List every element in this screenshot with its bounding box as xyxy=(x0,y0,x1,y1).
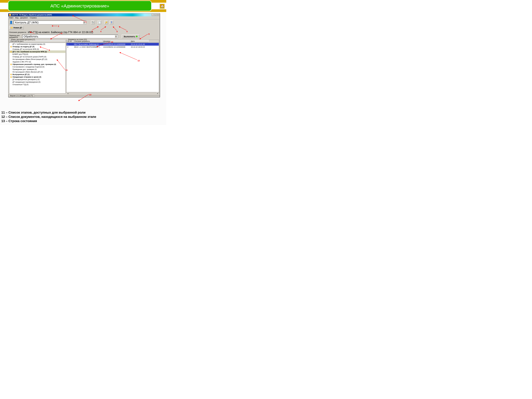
new-dt-label: Новая ДТ xyxy=(13,27,22,29)
docs-legend: Документы на этапе (2/2) xyxy=(68,38,87,40)
status-version: Версия 1.3.1.59 [ядро 1.2.0.77] xyxy=(8,95,35,97)
search-button[interactable]: 🔭 xyxy=(91,21,95,24)
close-button[interactable]: × xyxy=(157,14,159,16)
doc-row[interactable]: 1ИМ-ГТД на компл. Байконур (п…10102090/2… xyxy=(66,43,159,46)
menu-view[interactable]: Вид xyxy=(15,17,19,19)
menu-file[interactable]: Файл xyxy=(9,17,13,19)
chevron-down-icon: ▼ xyxy=(115,35,117,38)
stage-row[interactable]: Очередь ДТ на контроле ФЛК (0) xyxy=(9,48,65,51)
stage-row[interactable]: Очередь ДТ на контроле докум.(ТиНР) (0) xyxy=(9,56,65,58)
stage-label: ДТ возвращенные декларанту (0) xyxy=(13,78,39,81)
stage-label: Ожидающие отправки в архив (3) xyxy=(13,76,41,78)
arrow-right-icon xyxy=(136,36,138,37)
stage-label: Не прошедшие обмен (Регистрация ДТ) (0) xyxy=(13,58,47,60)
document-icon: 📄 xyxy=(98,21,101,24)
doc-cell-date: 20.10.10 15:41:46 xyxy=(130,43,149,46)
stage-row[interactable]: ДТ возвращенные декларанту (0) xyxy=(9,78,65,81)
folder-icon xyxy=(11,27,13,28)
stage-row[interactable]: Не прошедшие обмен (Выпуск ДТ) (0) xyxy=(9,71,65,73)
col-doc[interactable]: Документ xyxy=(102,40,130,43)
home-icon: 🏠 xyxy=(160,5,164,8)
doc-cell-date: 20.10.10 18:03:23 xyxy=(130,46,149,48)
help-button[interactable]: ? xyxy=(110,21,113,24)
home-button[interactable]: 🏠 xyxy=(160,4,165,9)
stage-label: ДТ с требованиями на корректировку (0) xyxy=(13,43,45,45)
stage-row[interactable]: Проведение доп. проверки (0) xyxy=(9,68,65,71)
col-date[interactable]: Дата xyxy=(130,40,149,43)
hand-icon: ✋ xyxy=(10,46,12,48)
role-select-value: Контроль ДТ (ФЛК) xyxy=(15,21,38,24)
stage-label: Проведение доп. проверки (0) xyxy=(13,68,37,70)
stage-label: Очередь ДТ на контроле ФЛК (0) xyxy=(13,48,39,50)
execute-button[interactable]: Выполнить xyxy=(122,35,139,38)
hand-icon: ✋ xyxy=(10,51,12,53)
doc-row[interactable]: 2ЭК10 т.-1 ООО ЭКОПОЛИМЕР (…10102090/02.… xyxy=(66,46,159,48)
scroll-left-button[interactable]: ◄ xyxy=(67,92,69,94)
caption-13: 13 – Строка состояния xyxy=(1,119,165,123)
doc-cell-doc: 10102090/02.10.10/0000006 xyxy=(102,46,130,48)
maximize-button[interactable]: □ xyxy=(154,14,157,16)
caption-11: 11 – Список этапов, доступных для выбран… xyxy=(1,110,165,115)
properties-button[interactable]: 📄 xyxy=(98,21,101,24)
doc-cell-num: 2 xyxy=(66,46,73,48)
stages-legend: Этапы, доступные для роли (17) xyxy=(10,38,36,40)
stage-row[interactable]: Не прошедшие обмен (Регистрация ДТ) (0) xyxy=(9,58,65,61)
stage-row[interactable]: Отказанные ГТД (0) xyxy=(9,83,65,86)
stage-label: Согласование с координир.Отделом (0) xyxy=(13,66,44,68)
stage-row[interactable]: ✋Оформление решений о провед. доп. прове… xyxy=(9,63,65,66)
doc-description-value: ИМ-ГТД на компл. Байконур (пр.ГТК 884 от… xyxy=(28,31,93,34)
stage-label: Очередь на подачу ДТ (4) xyxy=(13,46,34,48)
question-icon: ? xyxy=(111,21,112,24)
chevron-down-icon: ▼ xyxy=(83,21,85,24)
menubar: Файл Вид Документ Справка xyxy=(8,16,160,19)
stage-row[interactable]: ✋ДТ с тех. ошибками на контроле ФЛК (2) xyxy=(9,51,65,53)
stage-label: Выпущенные ДТ (1) xyxy=(13,73,30,76)
stage-label: ДТ ожидающие подтверждения (0) xyxy=(13,81,40,83)
menu-document[interactable]: Документ xyxy=(20,17,28,19)
stage-label: Оформление решений о провед. доп. провер… xyxy=(13,63,56,65)
stage-label: Задания в ЭКС РТУ (0) xyxy=(13,61,31,63)
stage-row[interactable]: ✋Ожидающие отправки в архив (3) xyxy=(9,76,65,78)
app-window: АИСТ-М - ПЗ Модуль обработки документов … xyxy=(8,13,160,97)
titlebar: АИСТ-М - ПЗ Модуль обработки документов … xyxy=(8,13,160,16)
transition-select[interactable]: Обработать ▼ xyxy=(22,35,118,38)
hscrollbar[interactable]: ◄ ► xyxy=(66,92,159,95)
app-icon xyxy=(9,14,11,16)
stage-row[interactable]: ✋Выпущенные ДТ (1) xyxy=(9,73,65,76)
new-dt-button[interactable]: Новая ДТ xyxy=(9,26,24,29)
stage-row[interactable]: ✋Очередь на подачу ДТ (4) xyxy=(9,45,65,48)
stage-label: ДТ с тех. ошибками на контроле ФЛК (2) xyxy=(13,51,47,53)
stage-row[interactable]: Задания в ЭКС РТУ (0) xyxy=(9,61,65,63)
security-button[interactable]: 🔑 xyxy=(104,21,108,24)
status-empty xyxy=(35,95,160,96)
key-icon: 🔑 xyxy=(105,21,107,24)
window-title: АИСТ-М - ПЗ Модуль обработки документов … xyxy=(12,14,52,16)
stage-row[interactable]: Согласование с координир.Отделом (0) xyxy=(9,66,65,68)
stage-row[interactable]: БУФЕР для ПТД (0) xyxy=(9,53,65,56)
binoculars-icon: 🔭 xyxy=(92,21,94,24)
statusbar: Версия 1.3.1.59 [ядро 1.2.0.77] xyxy=(8,94,160,97)
menu-help[interactable]: Справка xyxy=(30,17,37,19)
user-icon: 👤 xyxy=(9,20,13,25)
docs-list[interactable]: 1ИМ-ГТД на компл. Байконур (п…10102090/2… xyxy=(66,43,159,92)
hand-icon: ✋ xyxy=(10,74,12,76)
role-select[interactable]: Контроль ДТ (ФЛК) ▼ xyxy=(14,20,86,25)
doc-cell-desc: ЭК10 т.-1 ООО ЭКОПОЛИМЕР (… xyxy=(73,46,102,48)
scroll-right-button[interactable]: ► xyxy=(156,92,158,94)
stage-label: Очередь ДТ на контроле докум.(ТиНР) (0) xyxy=(13,56,46,58)
transition-label: Переход для документа: xyxy=(9,35,21,38)
stage-label: Не прошедшие обмен (Выпуск ДТ) (0) xyxy=(13,71,43,73)
stages-list[interactable]: ДТ с требованиями на корректировку (0)✋О… xyxy=(9,43,65,92)
stage-row[interactable]: ДТ ожидающие подтверждения (0) xyxy=(9,81,65,83)
doc-description-label: Описание документа: xyxy=(9,31,26,33)
hand-icon: ✋ xyxy=(10,63,12,65)
minimize-button[interactable]: _ xyxy=(152,14,154,16)
doc-cell-doc: 10102090/20.10.10/9000008 xyxy=(102,43,130,46)
execute-label: Выполнить xyxy=(124,35,135,38)
stage-row[interactable]: ДТ с требованиями на корректировку (0) xyxy=(9,43,65,45)
transition-select-value: Обработать xyxy=(24,35,38,38)
stage-label: БУФЕР для ПТД (0) xyxy=(13,53,28,55)
doc-cell-num: 1 xyxy=(66,43,73,46)
doc-cell-desc: ИМ-ГТД на компл. Байконур (п… xyxy=(73,43,102,46)
stage-label: Отказанные ГТД (0) xyxy=(13,83,28,86)
